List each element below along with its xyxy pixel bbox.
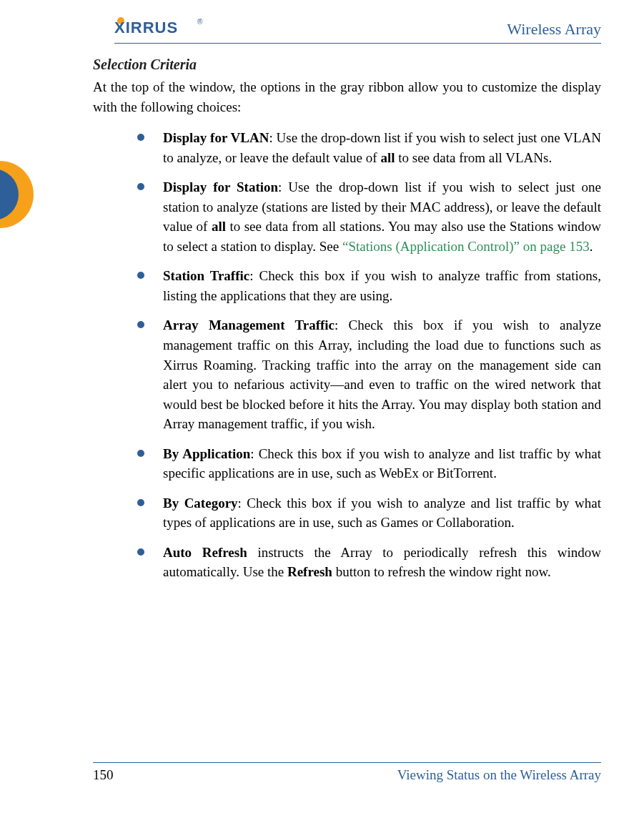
list-item: By Category: Check this box if you wish … [137,493,601,533]
list-item: Display for VLAN: Use the drop-down list… [137,128,601,167]
page-header: XIRRUS ® Wireless Array [114,14,601,44]
section-heading: Selection Criteria [93,56,601,73]
list-item: Auto Refresh instructs the Array to peri… [137,543,601,582]
page-footer: 150 Viewing Status on the Wireless Array [93,762,601,783]
list-item: Display for Station: Use the drop-down l… [137,177,601,256]
bullet-bold: all [212,219,226,234]
bullet-text: button to refresh the window right now. [332,564,551,579]
section-intro: At the top of the window, the options in… [93,77,601,117]
bullet-lead: Display for VLAN [163,130,269,145]
brand-logo: XIRRUS ® [114,14,222,39]
footer-title: Viewing Status on the Wireless Array [397,767,601,783]
list-item: Station Traffic: Check this box if you w… [137,266,601,305]
side-tab-decoration [0,161,34,229]
bullet-lead: By Category [163,496,238,511]
svg-text:XIRRUS: XIRRUS [114,19,178,36]
page-number: 150 [93,767,114,783]
bullet-bold: Refresh [287,564,332,579]
document-title: Wireless Array [507,20,601,39]
bullet-list: Display for VLAN: Use the drop-down list… [93,128,601,582]
svg-text:®: ® [197,18,203,26]
bullet-text: . [590,239,593,254]
bullet-lead: By Application [163,446,250,461]
bullet-text: to see data from all VLANs. [395,150,552,165]
cross-reference-link[interactable]: “Stations (Application Control)” on page… [342,239,590,254]
bullet-bold: all [380,150,395,165]
list-item: By Application: Check this box if you wi… [137,444,601,483]
bullet-lead: Display for Station [163,179,278,194]
bullet-lead: Auto Refresh [163,545,247,560]
content-area: Selection Criteria At the top of the win… [93,56,601,582]
list-item: Array Management Traffic: Check this box… [137,315,601,433]
bullet-lead: Station Traffic [163,268,249,283]
bullet-lead: Array Management Traffic [163,317,335,332]
page: XIRRUS ® Wireless Array Selection Criter… [0,0,644,813]
bullet-text: : Check this box if you wish to analyze … [163,317,601,431]
